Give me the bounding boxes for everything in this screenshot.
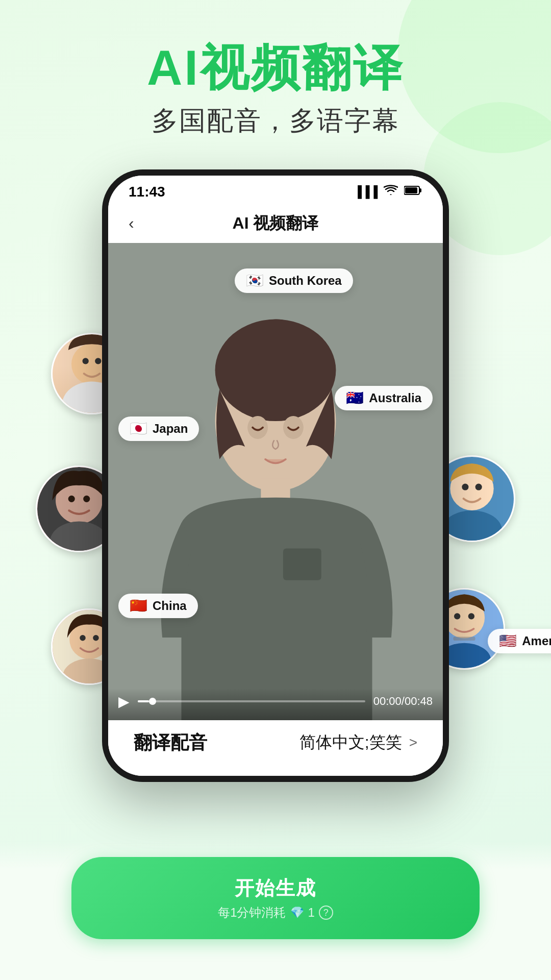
- translation-label: 翻译配音: [134, 730, 207, 755]
- battery-icon: [404, 185, 422, 199]
- app-nav: ‹ AI 视频翻译: [108, 204, 443, 243]
- svg-point-2: [83, 358, 89, 364]
- time-label: 00:00/00:48: [373, 695, 433, 708]
- video-bg: 🇰🇷 South Korea 🇯🇵 Japan 🇦🇺 Australia 🇨🇳: [108, 243, 443, 720]
- start-section: 开始生成 每1分钟消耗 💎 1 ?: [0, 842, 551, 980]
- svg-rect-19: [453, 636, 475, 641]
- coin-amount: 1: [308, 905, 315, 920]
- svg-point-34: [247, 416, 268, 439]
- svg-point-11: [462, 483, 468, 490]
- bg-decoration-1: [398, 0, 551, 153]
- nav-title: AI 视频翻译: [233, 212, 319, 235]
- translation-chevron: >: [409, 734, 417, 751]
- svg-point-7: [83, 495, 90, 502]
- svg-point-17: [468, 613, 474, 619]
- progress-dot: [149, 698, 156, 705]
- coin-icon: 💎: [290, 906, 304, 919]
- label-south-korea: South Korea: [269, 274, 342, 288]
- badge-america-outer: 🇺🇸 America: [488, 629, 551, 653]
- play-button[interactable]: ▶: [118, 693, 130, 710]
- progress-fill: [138, 700, 149, 702]
- svg-point-22: [80, 635, 86, 641]
- svg-point-23: [93, 635, 99, 641]
- video-area[interactable]: 🇰🇷 South Korea 🇯🇵 Japan 🇦🇺 Australia 🇨🇳: [108, 243, 443, 720]
- badge-australia: 🇦🇺 Australia: [335, 386, 433, 410]
- badge-china: 🇨🇳 China: [118, 594, 198, 618]
- page-wrapper: AI视频翻译 多国配音，多语字幕: [0, 0, 551, 980]
- label-australia: Australia: [369, 391, 421, 405]
- badge-south-korea: 🇰🇷 South Korea: [235, 268, 353, 293]
- progress-bar[interactable]: [138, 700, 365, 702]
- translation-row[interactable]: 翻译配音 简体中文;笑笑 >: [134, 730, 417, 755]
- video-controls: ▶ 00:00/00:48: [108, 688, 443, 720]
- svg-point-16: [454, 613, 460, 619]
- sub-text: 每1分钟消耗: [218, 904, 286, 921]
- header-section: AI视频翻译 多国配音，多语字幕: [147, 41, 404, 139]
- svg-point-3: [95, 358, 101, 364]
- phone-wrapper: 🇺🇸 America 11:43 ▐▐▐: [102, 169, 449, 782]
- svg-point-6: [68, 495, 75, 502]
- svg-point-12: [475, 483, 482, 490]
- start-button-sub: 每1分钟消耗 💎 1 ?: [218, 904, 333, 921]
- flag-australia: 🇦🇺: [346, 391, 364, 405]
- start-button-text: 开始生成: [235, 875, 316, 901]
- svg-point-31: [248, 319, 305, 370]
- svg-rect-27: [405, 187, 417, 193]
- label-china: China: [153, 599, 187, 613]
- subtitle: 多国配音，多语字幕: [147, 103, 404, 139]
- flag-china: 🇨🇳: [130, 599, 147, 613]
- nav-back-button[interactable]: ‹: [129, 214, 134, 233]
- status-bar: 11:43 ▐▐▐: [108, 176, 443, 204]
- status-icons: ▐▐▐: [354, 185, 422, 199]
- translation-value[interactable]: 简体中文;笑笑 >: [299, 731, 417, 754]
- progress-bar-container: ▶ 00:00/00:48: [118, 693, 433, 710]
- label-america: America: [522, 634, 551, 648]
- label-japan: Japan: [153, 422, 188, 436]
- badge-japan: 🇯🇵 Japan: [118, 416, 199, 441]
- flag-america: 🇺🇸: [499, 634, 517, 648]
- flag-japan: 🇯🇵: [130, 422, 147, 436]
- translation-lang: 简体中文;笑笑: [299, 731, 402, 754]
- svg-point-35: [283, 416, 304, 439]
- flag-south-korea: 🇰🇷: [246, 274, 264, 288]
- status-time: 11:43: [129, 184, 165, 200]
- info-icon[interactable]: ?: [319, 905, 333, 920]
- main-title: AI视频翻译: [147, 41, 404, 95]
- svg-rect-26: [419, 188, 421, 192]
- svg-rect-33: [283, 548, 321, 580]
- start-button[interactable]: 开始生成 每1分钟消耗 💎 1 ?: [71, 857, 480, 939]
- phone-frame: 11:43 ▐▐▐: [102, 169, 449, 782]
- signal-icon: ▐▐▐: [354, 185, 378, 199]
- wifi-icon: [384, 185, 398, 199]
